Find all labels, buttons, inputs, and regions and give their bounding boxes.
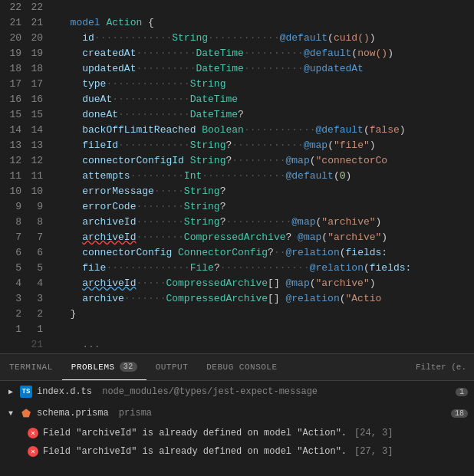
problem-item-2[interactable]: ✕ Field "archiveId" is already defined o… bbox=[0, 442, 474, 461]
code-line: 21 ... bbox=[0, 337, 474, 353]
code-line: 1818 updatedAt··········DateTime········… bbox=[0, 61, 474, 77]
problem-group-ts: ▶ TS index.d.ts node_modules/@types/jest… bbox=[0, 381, 474, 402]
tab-output-label: OUTPUT bbox=[156, 363, 189, 372]
code-line: 2020 id·············String············@d… bbox=[0, 31, 474, 46]
panel-tabs: TERMINAL PROBLEMS 32 OUTPUT DEBUG CONSOL… bbox=[0, 354, 474, 381]
tab-terminal[interactable]: TERMINAL bbox=[0, 354, 62, 380]
ts-group-header[interactable]: ▶ TS index.d.ts node_modules/@types/jest… bbox=[0, 381, 474, 402]
code-line: 1414 backOffLimitReached Boolean········… bbox=[0, 123, 474, 138]
code-line: 1616 dueAt·············DateTime bbox=[0, 92, 474, 107]
chevron-right-icon: ▶ bbox=[6, 387, 15, 396]
code-container: 2222 2121 model Action { 2020 id········… bbox=[0, 0, 474, 353]
code-line: 1010 errorMessage·····String? bbox=[0, 184, 474, 199]
code-line: 1212 connectorConfigId String?·········@… bbox=[0, 153, 474, 169]
tab-terminal-label: TERMINAL bbox=[9, 363, 53, 372]
code-line: 22 } bbox=[0, 307, 474, 322]
error-icon-1: ✕ bbox=[28, 428, 38, 438]
code-line: 77 archiveId········CompressedArchive? @… bbox=[0, 230, 474, 245]
editor-area: 2222 2121 model Action { 2020 id········… bbox=[0, 0, 474, 353]
tab-debug-console[interactable]: DEBUG CONSOLE bbox=[197, 354, 286, 380]
typescript-icon: TS bbox=[20, 386, 32, 398]
ts-badge: 1 bbox=[456, 388, 468, 396]
code-line: 44 archiveId·····CompressedArchive[] @ma… bbox=[0, 276, 474, 291]
code-line: 88 archiveId········String?···········@m… bbox=[0, 215, 474, 230]
code-line: 2121 model Action { bbox=[0, 15, 474, 31]
code-line: 55 file··············File?··············… bbox=[0, 261, 474, 276]
code-line: 99 errorCode········String? bbox=[0, 199, 474, 215]
filter-label: Filter (e. bbox=[416, 363, 466, 372]
code-line: 11 bbox=[0, 322, 474, 337]
code-line: 1717 type··············String bbox=[0, 77, 474, 92]
code-line: 1313 fileId············String?··········… bbox=[0, 138, 474, 153]
problem-text-1: Field "archiveId" is already defined on … bbox=[43, 428, 347, 438]
prisma-lang: prisma bbox=[114, 408, 152, 419]
ts-filename: index.d.ts bbox=[37, 386, 92, 397]
prisma-icon: ⬟ bbox=[20, 407, 32, 419]
code-line: 1919 createdAt··········DateTime········… bbox=[0, 46, 474, 61]
ts-path: node_modules/@types/jest-expect-message bbox=[97, 386, 318, 397]
problem-item-1[interactable]: ✕ Field "archiveId" is already defined o… bbox=[0, 424, 474, 442]
problem-text-2: Field "archiveId" is already defined on … bbox=[43, 446, 347, 457]
bottom-panel: TERMINAL PROBLEMS 32 OUTPUT DEBUG CONSOL… bbox=[0, 353, 474, 476]
panel-filter: Filter (e. bbox=[408, 354, 474, 380]
code-line: 66 connectorConfig ConnectorConfig?··@re… bbox=[0, 245, 474, 261]
code-line: 33 archive·······CompressedArchive[] @re… bbox=[0, 291, 474, 307]
tab-output[interactable]: OUTPUT bbox=[146, 354, 198, 380]
tab-problems[interactable]: PROBLEMS 32 bbox=[62, 354, 146, 380]
panel-content: ▶ TS index.d.ts node_modules/@types/jest… bbox=[0, 381, 474, 476]
prisma-group-header[interactable]: ▼ ⬟ schema.prisma prisma 18 bbox=[0, 402, 474, 424]
tab-problems-label: PROBLEMS bbox=[71, 363, 115, 372]
error-icon-2: ✕ bbox=[28, 446, 38, 457]
code-line: 1515 doneAt············DateTime? bbox=[0, 107, 474, 123]
chevron-down-icon: ▼ bbox=[6, 409, 15, 418]
problem-group-prisma: ▼ ⬟ schema.prisma prisma 18 ✕ Field "arc… bbox=[0, 402, 474, 461]
problems-badge: 32 bbox=[120, 362, 137, 372]
prisma-badge: 18 bbox=[451, 409, 468, 418]
problem-location-2: [27, 3] bbox=[354, 446, 393, 457]
tab-debug-console-label: DEBUG CONSOLE bbox=[206, 363, 277, 372]
code-line: 2222 bbox=[0, 0, 474, 15]
prisma-filename: schema.prisma bbox=[37, 408, 109, 419]
problem-location-1: [24, 3] bbox=[354, 428, 393, 438]
code-line: 1111 attempts·········Int··············@… bbox=[0, 169, 474, 184]
